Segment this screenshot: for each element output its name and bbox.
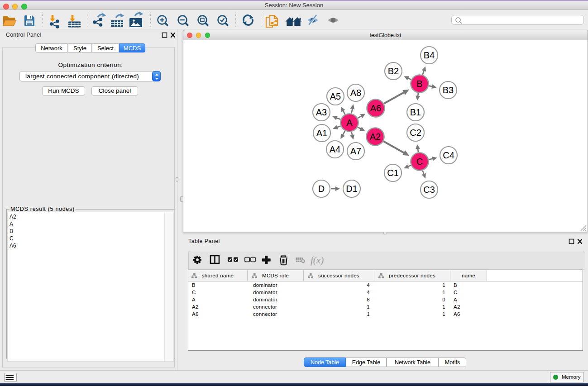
svg-text:B1: B1 bbox=[410, 107, 421, 117]
svg-text:A3: A3 bbox=[316, 107, 327, 117]
svg-text:C3: C3 bbox=[423, 185, 435, 195]
svg-text:A6: A6 bbox=[370, 103, 381, 113]
svg-text:A5: A5 bbox=[330, 91, 341, 101]
svg-text:A8: A8 bbox=[350, 88, 361, 98]
svg-text:B4: B4 bbox=[424, 50, 435, 60]
svg-text:C1: C1 bbox=[387, 168, 399, 178]
svg-text:B2: B2 bbox=[388, 66, 399, 76]
svg-text:A4: A4 bbox=[330, 144, 340, 154]
svg-text:A2: A2 bbox=[370, 132, 381, 142]
svg-text:C2: C2 bbox=[410, 128, 421, 138]
svg-text:A: A bbox=[346, 118, 353, 128]
svg-text:A1: A1 bbox=[316, 128, 327, 138]
svg-text:B: B bbox=[416, 79, 422, 89]
svg-text:D: D bbox=[318, 184, 325, 194]
svg-text:f(x): f(x) bbox=[311, 255, 324, 266]
svg-text:A7: A7 bbox=[350, 146, 361, 156]
svg-text:C: C bbox=[416, 157, 423, 167]
svg-text:D1: D1 bbox=[346, 184, 358, 194]
svg-text:B3: B3 bbox=[443, 85, 454, 95]
svg-text:C4: C4 bbox=[443, 150, 454, 160]
